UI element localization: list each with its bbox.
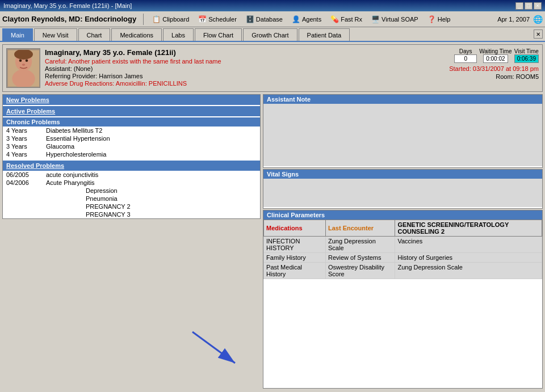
waiting-time-label: Waiting Time — [479, 48, 512, 54]
right-column: Assistant Note Vital Signs Clinical Para… — [263, 94, 543, 389]
chronic-years-1: 4 Years — [6, 127, 46, 134]
clinical-table: Medications Last Encounter GENETIC SCREE… — [263, 220, 542, 279]
clinical-cell-1-2[interactable]: Zung Depression Scale — [325, 237, 395, 253]
clinical-cell-2-2[interactable]: Review of Systems — [325, 253, 395, 263]
resolved-name-6: PREGNANCY 3 — [86, 211, 131, 218]
chronic-problem-row-1: 4 Years Diabetes Mellitus T2 — [3, 127, 260, 134]
fastrx-icon: 💊 — [330, 15, 339, 23]
menu-divider — [143, 14, 144, 25]
days-box: Days 0 — [454, 48, 477, 63]
arrow-area — [2, 220, 261, 389]
assistant-note-header: Assistant Note — [263, 95, 542, 104]
started-text: Started: 03/31/2007 at 09:18 pm — [449, 65, 539, 72]
svg-point-5 — [22, 64, 25, 66]
chronic-name-1: Diabetes Mellitus T2 — [46, 127, 257, 134]
tab-main[interactable]: Main — [2, 28, 33, 41]
patient-warning: Careful: Another patient exists with the… — [45, 58, 421, 65]
menu-agents[interactable]: 👤 Agents — [290, 15, 323, 24]
tab-flow-chart[interactable]: Flow Chart — [195, 28, 242, 41]
tab-bar: Main New Visit Chart Medications Labs Fl… — [0, 27, 545, 42]
days-label: Days — [459, 48, 472, 54]
assistant-note-section: Assistant Note — [263, 94, 543, 168]
resolved-row-2: 04/2006 Acute Pharyngitis — [3, 179, 260, 187]
minimize-button[interactable]: _ — [515, 2, 523, 10]
clinical-cell-3-2[interactable]: Oswestrey Disability Score — [325, 263, 395, 279]
agents-icon: 👤 — [292, 15, 300, 23]
svg-line-8 — [192, 332, 235, 363]
current-date: Apr 1, 2007 — [497, 16, 530, 23]
waiting-time-value: 0:00:02 — [483, 54, 508, 63]
tab-new-visit[interactable]: New Visit — [34, 28, 77, 41]
clinical-params-section: Clinical Parameters Medications Last Enc… — [263, 210, 543, 389]
menu-virtualsoap[interactable]: 🖥️ Virtual SOAP — [370, 15, 420, 24]
resolved-name-2: Acute Pharyngitis — [46, 179, 95, 186]
active-problems-header[interactable]: Active Problems — [3, 106, 260, 116]
chronic-problems-list: 4 Years Diabetes Mellitus T2 3 Years Ess… — [3, 127, 260, 158]
scheduler-icon: 📅 — [198, 15, 207, 23]
tab-close-button[interactable]: ✕ — [534, 29, 543, 39]
chronic-years-3: 3 Years — [6, 143, 46, 150]
resolved-row-6: PREGNANCY 3 — [3, 210, 260, 218]
resolved-date-3 — [6, 187, 46, 194]
clinical-cell-1-1[interactable]: INFECTION HISTORY — [264, 237, 326, 253]
clinical-row-1: INFECTION HISTORY Zung Depression Scale … — [264, 237, 542, 253]
resolved-name-4: Pneumonia — [86, 195, 118, 202]
resolved-name-3: Depression — [86, 187, 118, 194]
tab-growth-chart[interactable]: Growth Chart — [243, 28, 297, 41]
resolved-date-4 — [6, 195, 46, 202]
date-display: Apr 1, 2007 🌐 — [497, 15, 543, 24]
visit-time-box: Visit Time 0:06:39 — [514, 48, 539, 63]
annotation-arrow — [181, 321, 249, 377]
menu-fastrx[interactable]: 💊 Fast Rx — [329, 15, 364, 24]
visit-info: Days 0 Waiting Time 0:00:02 Visit Time 0… — [425, 48, 539, 88]
clinical-cell-3-1[interactable]: Past Medical History — [264, 263, 326, 279]
resolved-row-4: Pneumonia — [3, 195, 260, 203]
maximize-button[interactable]: □ — [525, 2, 533, 10]
resolved-problems-list: 06/2005 acute conjunctivitis 04/2006 Acu… — [3, 171, 260, 218]
menu-database[interactable]: 🗄️ Database — [244, 15, 284, 24]
assistant-note-content[interactable] — [263, 104, 542, 166]
drug-reaction: Adverse Drug Reactions: Amoxicillin: PEN… — [45, 80, 421, 87]
close-button[interactable]: × — [534, 2, 542, 10]
chronic-name-2: Essential Hypertension — [46, 135, 257, 142]
chronic-problem-row-2: 3 Years Essential Hypertension — [3, 134, 260, 142]
tab-labs[interactable]: Labs — [163, 28, 194, 41]
clinical-cell-1-3[interactable]: Vaccines — [395, 237, 542, 253]
clinical-params-header: Clinical Parameters — [263, 210, 542, 220]
tab-patient-data[interactable]: Patient Data — [299, 28, 350, 41]
resolved-date-1: 06/2005 — [6, 171, 46, 178]
database-icon: 🗄️ — [246, 15, 254, 23]
chronic-problem-row-4: 4 Years Hypercholesterolemia — [3, 150, 260, 158]
new-problems-header[interactable]: New Problems — [3, 95, 260, 105]
clinical-col-2-header[interactable]: Last Encounter — [325, 220, 395, 237]
menu-help[interactable]: ❓ Help — [426, 15, 452, 24]
tab-chart[interactable]: Chart — [78, 28, 111, 41]
two-column-layout: New Problems Active Problems Chronic Pro… — [2, 94, 543, 389]
chronic-problems-header: Chronic Problems — [3, 117, 260, 127]
clinical-cell-3-3[interactable]: Zung Depression Scale — [395, 263, 542, 279]
visit-times: Days 0 Waiting Time 0:00:02 Visit Time 0… — [454, 48, 539, 63]
chronic-problem-row-3: 3 Years Glaucoma — [3, 142, 260, 150]
clinical-cell-2-3[interactable]: History of Surgeries — [395, 253, 542, 263]
assistant-info: Assistant: (None) — [45, 65, 421, 72]
vital-signs-content[interactable] — [263, 179, 542, 207]
resolved-row-5: PREGNANCY 2 — [3, 203, 260, 210]
chronic-years-2: 3 Years — [6, 135, 46, 142]
tab-medications[interactable]: Medications — [111, 28, 162, 41]
help-icon: ❓ — [427, 15, 436, 23]
resolved-name-5: PREGNANCY 2 — [86, 203, 131, 210]
clinical-row-3: Past Medical History Oswestrey Disabilit… — [264, 263, 542, 279]
problems-section: New Problems Active Problems Chronic Pro… — [2, 94, 261, 219]
menu-scheduler[interactable]: 📅 Scheduler — [196, 15, 238, 24]
menu-clipboard[interactable]: 📋 Clipboard — [150, 15, 191, 24]
clinical-col-1-header[interactable]: Medications — [264, 220, 326, 237]
resolved-problems-header[interactable]: Resolved Problems — [3, 161, 260, 171]
resolved-date-6 — [6, 211, 46, 218]
patient-info: Imaginary, Mary 35 y.o. Female (121ii) C… — [45, 48, 421, 88]
room-text: Room: ROOM5 — [496, 73, 539, 80]
main-content: Imaginary, Mary 35 y.o. Female (121ii) C… — [0, 42, 545, 392]
clinical-cell-2-1[interactable]: Family History — [264, 253, 326, 263]
clinical-params-content[interactable]: Medications Last Encounter GENETIC SCREE… — [263, 220, 542, 279]
window-controls[interactable]: _ □ × — [515, 2, 542, 10]
chronic-name-3: Glaucoma — [46, 143, 257, 150]
